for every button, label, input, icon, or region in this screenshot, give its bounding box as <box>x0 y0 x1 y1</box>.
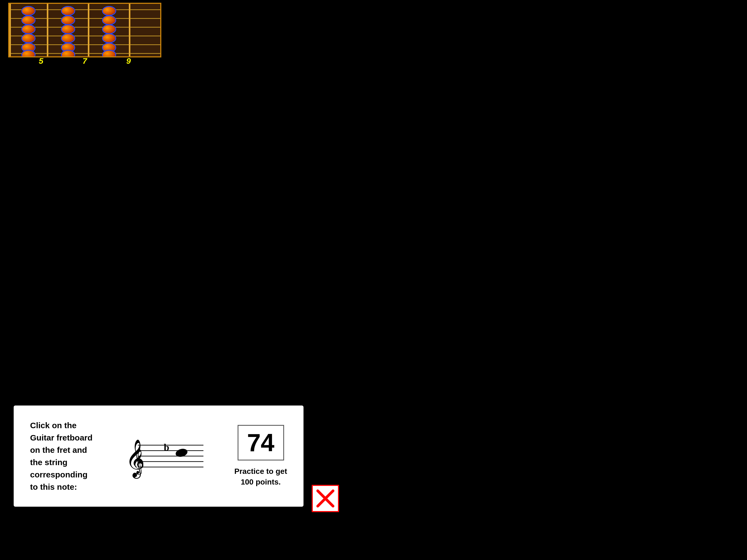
fretboard-note-oval[interactable] <box>21 6 35 16</box>
fret-number-9: 9 <box>126 56 131 66</box>
svg-text:𝄞: 𝄞 <box>126 440 145 479</box>
fretboard-note-oval[interactable] <box>21 33 35 43</box>
fretboard-note-oval[interactable] <box>102 33 116 43</box>
svg-point-8 <box>175 448 188 458</box>
fretboard[interactable] <box>8 3 161 57</box>
fretboard-note-oval[interactable] <box>21 24 35 34</box>
fret-number-7: 7 <box>83 56 87 66</box>
music-staff-svg: 𝄞 𝄞 b <box>121 429 209 483</box>
svg-text:b: b <box>164 442 169 453</box>
bottom-panel: Click on the Guitar fretboard on the fre… <box>14 406 304 507</box>
fretboard-wrapper: 5 7 9 <box>8 3 161 66</box>
score-number: 74 <box>247 430 274 455</box>
score-section: 74 Practice to get100 points. <box>234 425 287 487</box>
fret-number-5: 5 <box>39 56 44 66</box>
practice-text: Practice to get100 points. <box>234 466 287 487</box>
close-icon <box>316 489 335 508</box>
close-button[interactable] <box>312 485 339 512</box>
fretboard-note-oval[interactable] <box>61 6 75 16</box>
fretboard-note-oval[interactable] <box>61 33 75 43</box>
music-staff-container: 𝄞 𝄞 b <box>112 429 218 483</box>
fretboard-note-oval[interactable] <box>102 15 116 25</box>
fretboard-note-oval[interactable] <box>61 24 75 34</box>
fretboard-note-oval[interactable] <box>21 15 35 25</box>
fretboard-note-oval[interactable] <box>102 24 116 34</box>
score-box: 74 <box>238 425 284 460</box>
instruction-text: Click on the Guitar fretboard on the fre… <box>30 419 96 493</box>
fretboard-note-oval[interactable] <box>61 15 75 25</box>
fretboard-note-oval[interactable] <box>102 6 116 16</box>
